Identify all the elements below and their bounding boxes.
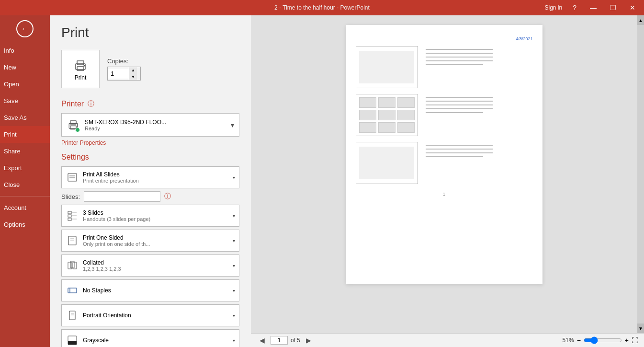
- sidebar-item-new[interactable]: New: [0, 59, 50, 76]
- sidebar-item-close[interactable]: Close: [0, 176, 50, 193]
- layout-arrow: ▾: [233, 213, 235, 219]
- color-dropdown[interactable]: Grayscale ▾: [61, 329, 239, 347]
- handout-line: [426, 156, 483, 157]
- zoom-slider[interactable]: [584, 336, 622, 344]
- fit-page-button[interactable]: ⛶: [632, 336, 638, 344]
- sides-text: Print One Sided Only print on one side o…: [83, 234, 233, 247]
- copies-area: Copies: ▲ ▼: [107, 58, 141, 80]
- print-btn-label: Print: [75, 74, 87, 81]
- print-button-area: Print Copies: ▲ ▼: [61, 50, 239, 88]
- print-button[interactable]: Print: [61, 50, 100, 88]
- restore-button[interactable]: ❐: [607, 3, 619, 12]
- sidebar-item-print[interactable]: Print: [0, 126, 50, 143]
- layout-icon: [66, 210, 79, 221]
- slides-input[interactable]: [84, 191, 160, 202]
- main-content: Print Print Copies:: [50, 15, 644, 347]
- handout-line: [426, 104, 493, 105]
- sidebar-item-open[interactable]: Open: [0, 76, 50, 93]
- sides-dropdown[interactable]: Print One Sided Only print on one side o…: [61, 230, 239, 252]
- handout-line: [426, 57, 493, 58]
- minimize-button[interactable]: —: [587, 3, 599, 12]
- handout-line: [426, 49, 493, 50]
- sign-in-label[interactable]: Sign in: [545, 4, 563, 11]
- print-range-text: Print All Slides Print entire presentati…: [83, 171, 233, 184]
- copies-input[interactable]: [108, 69, 129, 79]
- preview-panel: 4/8/2021: [251, 15, 644, 347]
- svg-rect-16: [68, 236, 76, 245]
- handout-line: [426, 108, 493, 109]
- printer-dropdown-button[interactable]: ▾: [231, 121, 234, 129]
- svg-rect-5: [70, 121, 76, 124]
- copies-down-button[interactable]: ▼: [129, 74, 137, 80]
- copies-input-wrap: ▲ ▼: [107, 67, 141, 80]
- next-page-button[interactable]: ▶: [303, 335, 314, 345]
- orientation-dropdown[interactable]: Portrait Orientation ▾: [61, 304, 239, 326]
- sidebar-item-account[interactable]: Account: [0, 199, 50, 216]
- printer-icon-wrap: [67, 117, 80, 132]
- sidebar: ← Info New Open Save Save As Print Share…: [0, 15, 50, 347]
- printer-properties-link[interactable]: Printer Properties: [61, 139, 239, 146]
- collation-arrow: ▾: [233, 263, 235, 268]
- collation-icon: [66, 260, 79, 271]
- printer-section-title: Printer ⓘ: [61, 100, 239, 108]
- handout-lines-1: [426, 49, 493, 65]
- handout-line: [426, 60, 493, 61]
- handout-slide-3: [356, 142, 418, 184]
- slide-thumb: [378, 110, 395, 120]
- scroll-down-button[interactable]: ▼: [637, 324, 644, 333]
- slides-label: Slides:: [61, 193, 80, 200]
- handout-line: [426, 145, 493, 146]
- slide-thumb: [359, 122, 376, 133]
- printer-name: SMT-XEROX D95-2ND FLOO...: [85, 119, 226, 126]
- staples-dropdown[interactable]: No Staples ▾: [61, 279, 239, 301]
- vertical-scrollbar[interactable]: ▲ ▼: [637, 15, 644, 333]
- layout-dropdown[interactable]: 3 Slides Handouts (3 slides per page) ▾: [61, 205, 239, 227]
- handout-line: [426, 101, 493, 102]
- preview-nav: ◀ of 5 ▶ 51% − + ⛶: [251, 333, 644, 347]
- handout-line: [426, 152, 493, 153]
- left-panel: Print Print Copies:: [50, 15, 251, 347]
- svg-rect-22: [68, 288, 77, 293]
- sidebar-item-save[interactable]: Save: [0, 93, 50, 109]
- preview-scroll[interactable]: 4/8/2021: [251, 15, 637, 333]
- zoom-in-button[interactable]: +: [625, 336, 629, 344]
- slide-thumb: [397, 122, 415, 133]
- sidebar-item-export[interactable]: Export: [0, 160, 50, 176]
- layout-text: 3 Slides Handouts (3 slides per page): [83, 209, 233, 222]
- current-page-input[interactable]: [271, 336, 288, 345]
- copies-up-button[interactable]: ▲: [129, 67, 137, 73]
- handout-line: [426, 97, 493, 98]
- prev-page-button[interactable]: ◀: [257, 335, 268, 345]
- nav-left: ◀ of 5 ▶: [257, 335, 314, 345]
- slide-handout: [356, 46, 533, 184]
- zoom-out-button[interactable]: −: [577, 336, 581, 344]
- collation-dropdown[interactable]: Collated 1,2,3 1,2,3 1,2,3 ▾: [61, 254, 239, 277]
- svg-rect-12: [68, 218, 71, 220]
- window-title: 2 - Time to the half hour - PowerPoint: [274, 4, 370, 11]
- scroll-up-button[interactable]: ▲: [637, 15, 644, 25]
- printer-status-dot: [75, 127, 80, 132]
- handout-lines-3: [426, 145, 493, 157]
- print-range-dropdown[interactable]: Print All Slides Print entire presentati…: [61, 166, 239, 188]
- sidebar-item-saveas[interactable]: Save As: [0, 109, 50, 126]
- handout-line: [426, 53, 493, 54]
- title-bar: 2 - Time to the half hour - PowerPoint S…: [0, 0, 644, 15]
- close-button[interactable]: ✕: [627, 3, 638, 12]
- printer-info: SMT-XEROX D95-2ND FLOO... Ready: [85, 119, 226, 131]
- back-button[interactable]: ←: [0, 15, 50, 42]
- staples-arrow: ▾: [233, 288, 235, 293]
- svg-point-3: [84, 65, 85, 67]
- sidebar-item-share[interactable]: Share: [0, 143, 50, 160]
- handout-slide-1: [356, 46, 418, 88]
- zoom-bar: 51% − + ⛶: [563, 336, 638, 344]
- slide-thumb: [397, 110, 415, 120]
- sidebar-item-options[interactable]: Options: [0, 216, 50, 233]
- sidebar-item-info[interactable]: Info: [0, 42, 50, 59]
- help-button[interactable]: ?: [570, 3, 579, 12]
- slides-info-icon[interactable]: ⓘ: [164, 192, 171, 201]
- staples-icon: [66, 285, 79, 296]
- slide-thumb: [397, 97, 415, 108]
- sidebar-divider: [0, 196, 50, 197]
- printer-status: Ready: [85, 126, 226, 131]
- printer-info-icon[interactable]: ⓘ: [88, 100, 94, 108]
